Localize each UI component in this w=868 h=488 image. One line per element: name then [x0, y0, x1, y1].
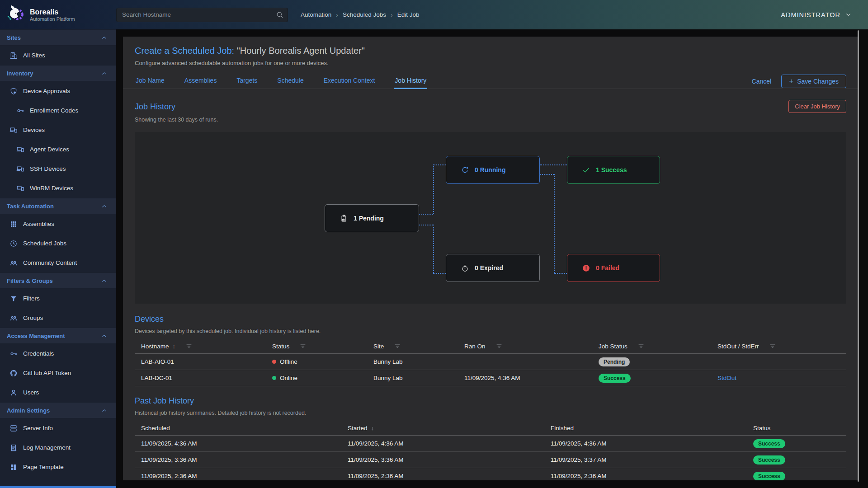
sidebar-section-inventory[interactable]: Inventory	[0, 65, 116, 81]
sidebar-item-users[interactable]: Users	[0, 383, 116, 402]
breadcrumb-automation[interactable]: Automation	[301, 11, 331, 18]
job-status-flow-panel: 1 Pending 0 Running 1 Success 0 Expired …	[135, 132, 846, 304]
column-header-hostname[interactable]: Hostname↑	[135, 343, 266, 350]
column-header-scheduled[interactable]: Scheduled	[135, 425, 341, 432]
edit-job-card: Create a Scheduled Job: "Hourly Borealis…	[123, 37, 858, 480]
search-input[interactable]	[116, 8, 288, 22]
column-filter-icon[interactable]	[299, 343, 307, 350]
sidebar-item-device-approvals[interactable]: Device Approvals	[0, 81, 116, 101]
column-filter-icon[interactable]	[394, 343, 401, 350]
search-box	[116, 8, 288, 22]
sidebar-item-enrollment-codes[interactable]: Enrollment Codes	[0, 101, 116, 120]
online-status-dot	[272, 376, 276, 380]
column-header-status[interactable]: Status	[747, 425, 846, 432]
save-changes-label: Save Changes	[797, 78, 839, 85]
cancel-button[interactable]: Cancel	[752, 78, 772, 85]
column-filter-icon[interactable]	[495, 343, 503, 350]
sidebar-section-task-automation[interactable]: Task Automation	[0, 198, 116, 214]
devices-table-header: Hostname↑StatusSiteRan OnJob StatusStdOu…	[135, 339, 846, 354]
offline-status-dot	[272, 360, 276, 364]
breadcrumb-scheduled-jobs[interactable]: Scheduled Jobs	[343, 11, 386, 18]
column-header-finished[interactable]: Finished	[544, 425, 747, 432]
tab-assemblies[interactable]: Assemblies	[184, 74, 218, 89]
sidebar-section-label: Inventory	[7, 70, 33, 77]
past-history-row: 11/09/2025, 3:36 AM11/09/2025, 3:36 AM11…	[135, 452, 846, 468]
sidebar-item-page-template[interactable]: Page Template	[0, 457, 116, 477]
running-count-label: 0 Running	[475, 166, 505, 174]
tab-execution-context[interactable]: Execution Context	[323, 74, 376, 89]
finished-cell: 11/09/2025, 2:36 AM	[544, 473, 747, 479]
sidebar-item-all-sites[interactable]: All Sites	[0, 46, 116, 65]
sidebar-item-log-management[interactable]: Log Management	[0, 438, 116, 457]
scrollbar-thumb[interactable]	[858, 30, 859, 482]
sidebar-item-label: Users	[23, 389, 39, 396]
devices-icon	[16, 184, 24, 192]
flow-connector	[433, 225, 434, 273]
started-cell: 11/09/2025, 4:36 AM	[341, 440, 544, 447]
sidebar-item-filters[interactable]: Filters	[0, 289, 116, 308]
column-header-stdout-stderr[interactable]: StdOut / StdErr	[711, 343, 846, 350]
column-header-started[interactable]: Started↓	[341, 425, 544, 432]
scheduled-cell: 11/09/2025, 3:36 AM	[135, 456, 341, 463]
sidebar-section-sites[interactable]: Sites	[0, 29, 116, 46]
column-header-site[interactable]: Site	[367, 343, 458, 350]
page-title-prefix: Create a Scheduled Job:	[135, 46, 234, 56]
device-row-lab-aio-01: LAB-AIO-01OfflineBunny LabPending	[135, 354, 846, 370]
sidebar-item-label: Community Content	[23, 259, 77, 266]
sidebar-item-assemblies[interactable]: Assemblies	[0, 214, 116, 234]
sidebar-section-access-management[interactable]: Access Management	[0, 328, 116, 344]
column-filter-icon[interactable]	[185, 343, 193, 350]
tab-job-history[interactable]: Job History	[394, 74, 427, 89]
sidebar-section-filters-groups[interactable]: Filters & Groups	[0, 272, 116, 289]
sidebar-item-devices[interactable]: Devices	[0, 120, 116, 140]
sidebar-item-label: Groups	[23, 314, 43, 321]
sidebar-item-github-api-token[interactable]: GitHub API Token	[0, 363, 116, 383]
tab-targets[interactable]: Targets	[236, 74, 258, 89]
user-menu[interactable]: ADMINISTRATOR	[781, 11, 852, 19]
sidebar-item-scheduled-jobs[interactable]: Scheduled Jobs	[0, 234, 116, 253]
devices-heading: Devices	[135, 314, 164, 324]
sidebar-item-ssh-devices[interactable]: SSH Devices	[0, 159, 116, 178]
chevron-down-icon	[845, 11, 852, 18]
breadcrumb-edit-job[interactable]: Edit Job	[397, 11, 420, 18]
tab-job-name[interactable]: Job Name	[135, 74, 165, 89]
column-header-label: Status	[272, 343, 289, 350]
clear-job-history-button[interactable]: Clear Job History	[788, 100, 846, 113]
scheduled-cell: 11/09/2025, 4:36 AM	[135, 440, 341, 447]
sidebar-item-community-content[interactable]: Community Content	[0, 253, 116, 272]
tab-schedule[interactable]: Schedule	[276, 74, 304, 89]
column-filter-icon[interactable]	[637, 343, 645, 350]
column-header-ran-on[interactable]: Ran On	[458, 343, 592, 350]
ran-on-cell: 11/09/2025, 4:36 AM	[458, 375, 592, 381]
save-changes-button[interactable]: + Save Changes	[781, 75, 846, 88]
page-subtitle: Configure advanced schedulable automatio…	[135, 59, 846, 67]
scrollbar[interactable]	[858, 30, 859, 482]
top-bar: Borealis Automation Platform Automation …	[0, 0, 868, 29]
sidebar-item-server-info[interactable]: Server Info	[0, 418, 116, 438]
stdout-link[interactable]: StdOut	[717, 375, 736, 381]
stopwatch-icon	[461, 264, 469, 272]
column-header-job-status[interactable]: Job Status	[592, 343, 711, 350]
main-content: Create a Scheduled Job: "Hourly Borealis…	[116, 29, 868, 488]
sidebar-item-credentials[interactable]: Credentials	[0, 344, 116, 363]
sidebar-item-label: Enrollment Codes	[30, 107, 78, 114]
key-icon	[9, 350, 18, 358]
column-header-label: Ran On	[464, 343, 486, 350]
sidebar-item-groups[interactable]: Groups	[0, 308, 116, 328]
sort-asc-icon: ↑	[173, 343, 176, 350]
filter-icon	[9, 295, 18, 303]
flow-box-success: 1 Success	[567, 156, 660, 184]
flow-box-expired: 0 Expired	[446, 254, 540, 282]
column-header-status[interactable]: Status	[266, 343, 367, 350]
sidebar-item-agent-devices[interactable]: Agent Devices	[0, 140, 116, 159]
expired-count-label: 0 Expired	[475, 264, 503, 272]
people-icon	[9, 259, 18, 267]
column-filter-icon[interactable]	[769, 343, 776, 350]
past-job-history-subheading: Historical job history summaries. Detail…	[135, 410, 846, 416]
flow-connector	[433, 164, 434, 214]
sidebar-item-winrm-devices[interactable]: WinRM Devices	[0, 178, 116, 198]
log-icon	[9, 444, 18, 452]
sidebar-section-admin-settings[interactable]: Admin Settings	[0, 402, 116, 418]
chevron-up-icon	[101, 70, 108, 77]
finished-cell: 11/09/2025, 3:37 AM	[544, 456, 747, 463]
